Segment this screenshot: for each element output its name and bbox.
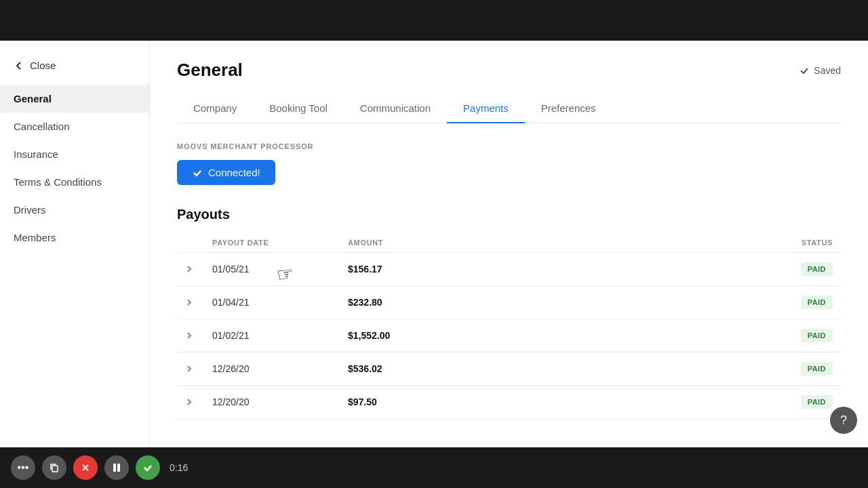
status-badge: PAID [801,362,833,375]
row-status: PAID [765,362,833,375]
row-date: 12/26/20 [212,363,348,374]
content-header: General Saved [177,41,841,94]
tab-preferences[interactable]: Preferences [525,94,612,123]
x-icon [80,462,91,473]
checkmark-icon [142,462,153,473]
connected-button[interactable]: Connected! [177,160,275,185]
check-connected-icon [192,167,203,178]
tab-communication[interactable]: Communication [344,94,447,123]
sidebar-nav: General Cancellation Insurance Terms & C… [0,85,149,251]
saved-indicator: Saved [799,65,841,76]
bottom-toolbar: ••• 0:16 [0,447,868,488]
pause-button[interactable] [104,455,129,480]
row-status: PAID [765,395,833,409]
merchant-label: MOOVS MERCHANT PROCESSOR [177,142,841,150]
help-button[interactable]: ? [830,407,857,434]
row-date: 01/02/21 [212,330,348,341]
status-badge: PAID [801,395,833,409]
status-badge: PAID [801,296,833,309]
row-chevron-icon [185,331,212,340]
row-amount: $536.02 [348,363,765,374]
svg-rect-1 [113,464,116,472]
close-x-button[interactable] [73,455,98,480]
timer-display: 0:16 [170,462,188,473]
main-container: Close General Cancellation Insurance Ter… [0,41,868,447]
row-date: 12/20/20 [212,396,348,407]
top-bar [0,0,868,41]
row-chevron-icon [185,398,212,406]
table-row[interactable]: 01/04/21 $232.80 PAID [177,286,841,319]
tab-company[interactable]: Company [177,94,253,123]
close-button[interactable]: Close [0,54,149,85]
tab-payments[interactable]: Payments [447,94,525,123]
more-options-button[interactable]: ••• [11,455,35,480]
row-amount: $156.17 [348,264,765,274]
row-status: PAID [765,329,833,342]
row-status: PAID [765,296,833,309]
row-amount: $232.80 [348,297,765,308]
row-status: PAID [765,262,833,276]
close-label: Close [30,60,56,71]
sidebar-item-insurance[interactable]: Insurance [0,140,149,168]
sidebar-item-members[interactable]: Members [0,224,149,251]
table-row[interactable]: 01/05/21 $156.17 PAID [177,253,841,286]
status-badge: PAID [801,329,833,342]
table-row[interactable]: 12/26/20 $536.02 PAID [177,352,841,386]
row-chevron-icon [185,365,212,373]
sidebar: Close General Cancellation Insurance Ter… [0,41,149,447]
col-header-amount: AMOUNT [348,239,765,247]
table-row[interactable]: 01/02/21 $1,552.00 PAID [177,319,841,352]
table-row[interactable]: 12/20/20 $97.50 PAID [177,386,841,419]
col-header-date: PAYOUT DATE [212,239,348,247]
sidebar-item-general[interactable]: General [0,85,149,113]
pause-icon [112,463,121,472]
back-arrow-icon [14,60,24,71]
copy-icon [49,462,60,473]
tabs-container: Company Booking Tool Communication Payme… [177,94,841,123]
copy-button[interactable] [42,455,66,480]
row-date: 01/04/21 [212,297,348,308]
row-amount: $97.50 [348,396,765,407]
col-header-status: STATUS [765,239,833,247]
question-mark-icon: ? [840,413,847,428]
sidebar-item-terms[interactable]: Terms & Conditions [0,168,149,196]
row-chevron-icon [185,298,212,306]
page-title: General [177,60,243,81]
sidebar-item-drivers[interactable]: Drivers [0,196,149,224]
svg-rect-0 [52,466,58,472]
check-saved-icon [799,65,810,76]
payouts-title: Payouts [177,207,841,222]
table-header: PAYOUT DATE AMOUNT STATUS [177,233,841,253]
tab-booking-tool[interactable]: Booking Tool [253,94,344,123]
row-date: 01/05/21 [212,264,348,274]
status-badge: PAID [801,262,833,276]
saved-label: Saved [814,65,841,76]
svg-rect-2 [117,464,120,472]
content-area: General Saved Company Booking Tool Commu… [149,41,868,447]
dots-icon: ••• [18,462,29,474]
row-chevron-icon [185,265,212,273]
row-amount: $1,552.00 [348,330,765,341]
confirm-button[interactable] [136,455,160,480]
sidebar-item-cancellation[interactable]: Cancellation [0,113,149,140]
